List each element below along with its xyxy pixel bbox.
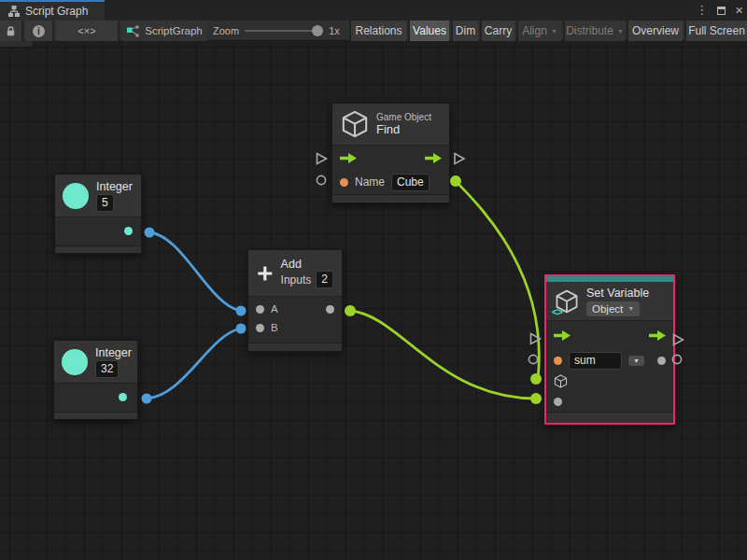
code-view-button[interactable]: <×> (56, 21, 120, 41)
menu-icon[interactable]: ⋮ (696, 0, 708, 21)
sum-output-port[interactable] (326, 305, 334, 314)
node-title: Integer (96, 180, 133, 193)
node-title: Set Variable (586, 287, 649, 300)
toolbar-button-align[interactable]: Align ▼ (516, 21, 561, 41)
value-input-marker[interactable] (317, 175, 325, 184)
toolbar-button-overview[interactable]: Overview (627, 21, 683, 41)
lock-icon (5, 25, 17, 37)
value-input-row (546, 391, 673, 412)
integer-value-field[interactable]: 32 (95, 360, 119, 378)
node-footer (546, 412, 673, 423)
node-find[interactable]: Game Object Find Name Cube (331, 103, 450, 203)
graph-tab-icon (7, 5, 21, 18)
input-b-row: B (248, 317, 342, 338)
graph-name: ScriptGraph (145, 25, 202, 36)
port-label: B (271, 322, 278, 333)
node-body (55, 217, 141, 245)
port-label: A (271, 303, 278, 315)
target-object-port[interactable] (554, 374, 568, 388)
variable-name-field[interactable]: sum (569, 352, 622, 370)
wire-integer-a-to-add-a[interactable] (149, 232, 241, 311)
name-input-row: Name Cube (332, 170, 449, 194)
connection-point[interactable] (142, 394, 152, 404)
connection-point[interactable] (345, 305, 356, 316)
close-icon[interactable]: × (735, 0, 743, 21)
lock-button[interactable] (0, 21, 23, 41)
wire-integer-b-to-add-b[interactable] (147, 329, 241, 399)
value-input-marker[interactable] (529, 355, 537, 363)
toolbar-button-dim[interactable]: Dim (451, 21, 478, 41)
integer-type-icon (63, 183, 89, 209)
node-title: Find (376, 122, 431, 136)
graph-breadcrumb[interactable]: ScriptGraph (121, 21, 207, 41)
flow-output-port[interactable] (425, 153, 442, 163)
variable-name-row: sum ▼ (546, 349, 673, 371)
toolbar-button-carry[interactable]: Carry (480, 21, 514, 41)
wire-find-to-setvariable-target[interactable] (456, 181, 539, 379)
titlebar: Script Graph ⋮ × (0, 0, 747, 21)
node-integer-a[interactable]: Integer 5 (54, 174, 142, 254)
dropdown-arrow-icon: ▼ (627, 305, 634, 312)
value-output-port[interactable] (119, 393, 127, 401)
name-input-field[interactable]: Cube (391, 174, 430, 191)
value-input-port-b[interactable] (256, 324, 264, 332)
flow-output-marker[interactable] (455, 154, 464, 164)
integer-value-field[interactable]: 5 (96, 194, 114, 212)
value-output-port[interactable] (657, 357, 666, 365)
connection-point[interactable] (450, 175, 461, 187)
graph-canvas[interactable]: Integer 5 Integer 32 (0, 41, 747, 560)
toolbar-button-relations[interactable]: Relations (349, 21, 406, 41)
node-body (54, 384, 137, 412)
connection-point[interactable] (236, 324, 247, 334)
connection-point[interactable] (530, 373, 542, 385)
set-variable-icon: <> (555, 289, 579, 314)
integer-type-icon (62, 349, 88, 375)
inspector-button[interactable]: i (25, 21, 54, 41)
tab-title: Script Graph (25, 5, 88, 18)
string-input-port[interactable] (340, 178, 348, 187)
dropdown-arrow-icon: ▼ (551, 28, 557, 35)
dropdown-arrow-icon: ▼ (617, 28, 624, 35)
input-a-row: A (248, 297, 342, 317)
zoom-slider[interactable] (245, 21, 323, 41)
connection-point[interactable] (236, 306, 247, 316)
variable-brackets-icon: <> (552, 306, 562, 317)
connection-point[interactable] (530, 393, 542, 404)
inputs-label: Inputs (281, 273, 312, 287)
dropdown-arrow-icon: ▼ (633, 357, 640, 364)
maximize-icon[interactable] (717, 7, 726, 15)
toolbar-button-fullscreen[interactable]: Full Screen (684, 21, 747, 41)
variable-picker-button[interactable]: ▼ (628, 356, 644, 366)
value-output-port[interactable] (124, 227, 133, 235)
value-input-port[interactable] (554, 398, 562, 406)
variable-name-port[interactable] (554, 357, 562, 365)
node-footer (248, 343, 342, 351)
node-footer (54, 412, 137, 419)
flow-input-port[interactable] (554, 330, 571, 341)
add-icon (257, 260, 274, 287)
variable-kind-dropdown[interactable]: Object ▼ (586, 301, 640, 316)
info-icon: i (33, 25, 45, 37)
toolbar-button-distribute[interactable]: Distribute ▼ (563, 21, 625, 41)
node-add[interactable]: Add Inputs 2 A B (247, 249, 343, 352)
flow-output-marker[interactable] (674, 335, 684, 345)
wire-add-to-setvariable-value[interactable] (350, 311, 536, 399)
script-graph-icon (126, 25, 139, 37)
toolbar-button-values[interactable]: Values (408, 21, 449, 41)
inputs-count-field[interactable]: 2 (316, 271, 333, 288)
node-title: Add (281, 258, 333, 271)
flow-row (546, 321, 673, 349)
tab-script-graph[interactable]: Script Graph (0, 0, 105, 21)
node-footer (332, 194, 449, 203)
flow-output-port[interactable] (649, 330, 666, 341)
node-set-variable[interactable]: <> Set Variable Object ▼ (544, 274, 675, 425)
zoom-slider-handle[interactable] (312, 25, 323, 36)
flow-input-marker[interactable] (317, 154, 327, 164)
value-input-port-a[interactable] (256, 305, 264, 314)
flow-input-port[interactable] (340, 153, 357, 163)
connection-point[interactable] (145, 228, 155, 238)
graph-toolbar: i <×> ScriptGraph Zoom 1x Relations V (0, 21, 747, 41)
code-view-icon: <×> (78, 25, 95, 36)
script-graph-window: Script Graph ⋮ × i <×> (0, 0, 747, 560)
node-integer-b[interactable]: Integer 32 (53, 340, 138, 420)
